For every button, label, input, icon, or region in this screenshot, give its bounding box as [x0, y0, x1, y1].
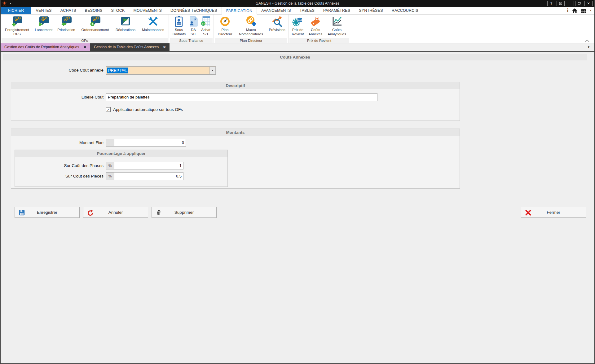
menu-fabrication[interactable]: FABRICATION [222, 7, 257, 15]
help-button[interactable]: ? [547, 1, 555, 6]
ribbon-prix-de-revient[interactable]: Prix de Revient [289, 15, 306, 36]
cost-tag-icon [310, 15, 321, 27]
ribbon-plan-directeur[interactable]: Plan Directeur [215, 15, 235, 36]
code-cout-annexe-value: PREP PAL [107, 68, 128, 73]
ribbon-group-label-ofs: OFs [2, 38, 168, 43]
ribbon-group-label-plan-directeur: Plan Directeur [215, 38, 287, 43]
menu-ventes[interactable]: VENTES [31, 7, 56, 14]
document-tabbar: Gestion des Coûts de Répartition Analyti… [1, 43, 594, 52]
ribbon: Enregistrement OFS Lancement [1, 15, 594, 43]
cost-gear-coins-icon [292, 15, 304, 27]
menu-avancements[interactable]: AVANCEMENTS [257, 7, 295, 14]
grid-dropdown-icon[interactable]: ▾ [590, 9, 591, 12]
ribbon-sous-traitants[interactable]: Sous Traitants [170, 15, 188, 36]
ribbon-item-label: Ordonnancement [82, 28, 109, 32]
ribbon-item-label: Achat S/T [199, 28, 213, 36]
ribbon-previsions[interactable]: Prévisions [267, 15, 287, 32]
application-auto-checkrow[interactable]: ✓ Application automatique sur tous OFs [106, 107, 183, 112]
menu-mouvements[interactable]: MOUVEMENTS [129, 7, 166, 14]
annuler-button[interactable]: Annuler [83, 207, 148, 218]
macro-link-icon [245, 15, 257, 27]
descriptif-title: Descriptif [11, 82, 460, 89]
libelle-cout-input[interactable] [106, 93, 377, 101]
of-register-icon [11, 15, 23, 27]
code-cout-annexe-combobox[interactable]: PREP PAL ▼ [106, 66, 216, 75]
ribbon-macro-nomenclatures[interactable]: Macro Nomenclatures [235, 15, 267, 36]
menu-syntheses[interactable]: SYNTHÈSES [355, 7, 387, 14]
ribbon-da-st[interactable]: ? DA S/T [188, 15, 199, 36]
declarations-icon [120, 15, 131, 27]
sur-cout-phases-input[interactable] [114, 162, 183, 169]
ribbon-item-label: Lancement [35, 28, 53, 32]
section-title-couts-annexes: Coûts Annexes [3, 54, 587, 60]
application-auto-label: Application automatique sur tous OFs [113, 107, 183, 112]
menu-fichier[interactable]: FICHIER [1, 7, 31, 14]
application-auto-checkbox[interactable]: ✓ [106, 107, 111, 112]
tab-label: Gestion des Coûts de Répartition Analyti… [4, 45, 79, 49]
pieces-percent-prefix: % [106, 172, 114, 180]
ribbon-item-label: Plan Directeur [215, 28, 235, 36]
minimize-button[interactable]: – [566, 1, 574, 6]
phases-percent-prefix: % [106, 162, 114, 169]
ribbon-couts-analytiques[interactable]: Coûts Analytiques [325, 15, 349, 36]
ribbon-ordonnancement[interactable]: Ordonnancement [78, 15, 112, 32]
ribbon-lancement[interactable]: Lancement [33, 15, 55, 32]
ribbon-priorisation[interactable]: Priorisation [55, 15, 78, 32]
ribbon-group-ofs: Enregistrement OFS Lancement [1, 15, 169, 43]
grid-calculator-icon[interactable] [581, 8, 586, 13]
tab-close-icon[interactable]: ✕ [163, 45, 166, 49]
da-st-document-icon: ? [187, 15, 199, 27]
window-title: GANESH - Gestion de la Table des Coûts A… [1, 1, 594, 6]
menu-donnees-techniques[interactable]: DONNÉES TECHNIQUES [166, 7, 222, 14]
montant-fixe-prefix-box [106, 139, 114, 147]
pourcentage-title: Pourcentage à appliquer [15, 150, 227, 157]
menu-tables[interactable]: TABLES [295, 7, 319, 14]
sur-cout-pieces-input[interactable] [114, 172, 183, 180]
tab-repartition-analytiques[interactable]: Gestion des Coûts de Répartition Analyti… [1, 43, 90, 51]
of-priority-icon [60, 15, 72, 27]
ribbon-group-prix-de-revient: Prix de Revient Coûts Annexes [288, 15, 350, 43]
ribbon-maintenances[interactable]: Maintenances [139, 15, 168, 32]
ribbon-achat-st[interactable]: ST Achat S/T [199, 15, 213, 36]
ribbon-group-label-sous-traitance: Sous-Traitance [170, 38, 213, 43]
ribbon-item-label: Déclarations [116, 28, 135, 32]
tab-label: Gestion de la Table des Coûts Annexes [94, 45, 159, 49]
ribbon-item-label: Macro Nomenclatures [235, 28, 267, 36]
montant-fixe-input[interactable] [114, 139, 186, 147]
ribbon-item-label: Priorisation [57, 28, 75, 32]
ribbon-collapse-icon[interactable] [585, 40, 589, 42]
supprimer-button[interactable]: Supprimer [152, 207, 217, 218]
menu-raccourcis[interactable]: RACCOURCIS [387, 7, 423, 14]
ribbon-item-label: Enregistrement OFS [2, 28, 33, 36]
info-icon[interactable]: i [567, 8, 568, 13]
close-button[interactable]: ✕ [584, 1, 593, 6]
tab-table-couts-annexes[interactable]: Gestion de la Table des Coûts Annexes ✕ [90, 43, 170, 51]
subcontractor-card-icon [173, 15, 185, 27]
ribbon-enregistrement-ofs[interactable]: Enregistrement OFS [2, 15, 33, 36]
ribbon-declarations[interactable]: Déclarations [112, 15, 139, 32]
combo-dropdown-icon[interactable]: ▼ [209, 67, 216, 74]
home-icon[interactable] [572, 8, 577, 13]
ribbon-item-label: Coûts Annexes [306, 28, 325, 36]
restore-button[interactable] [575, 1, 583, 6]
restore-icon [578, 2, 581, 5]
ribbon-item-label: DA S/T [188, 28, 199, 36]
menubar: FICHIER VENTES ACHATS BESOINS STOCK MOUV… [1, 7, 594, 15]
of-launch-icon [38, 15, 50, 27]
forecast-magnifier-icon [271, 15, 283, 27]
menu-stock[interactable]: STOCK [107, 7, 129, 14]
svg-text:ST: ST [202, 22, 205, 25]
fermer-button[interactable]: Fermer [521, 207, 586, 218]
ribbon-group-sous-traitance: Sous Traitants ? DA S/T [169, 15, 214, 43]
menu-besoins[interactable]: BESOINS [81, 7, 107, 14]
tab-list-dropdown-icon[interactable]: ▼ [587, 46, 594, 49]
tab-close-icon[interactable]: ✕ [83, 45, 86, 49]
menu-parametres[interactable]: PARAMÈTRES [319, 7, 355, 14]
pin-button[interactable] [557, 1, 565, 6]
pin-icon [559, 2, 562, 5]
menu-achats[interactable]: ACHATS [56, 7, 81, 14]
ribbon-couts-annexes[interactable]: Coûts Annexes [306, 15, 325, 36]
ribbon-item-label: Prévisions [269, 28, 285, 32]
enregistrer-button[interactable]: Enregistrer [15, 207, 80, 218]
titlebar: ▾ GANESH - Gestion de la Table des Coûts… [1, 0, 594, 7]
